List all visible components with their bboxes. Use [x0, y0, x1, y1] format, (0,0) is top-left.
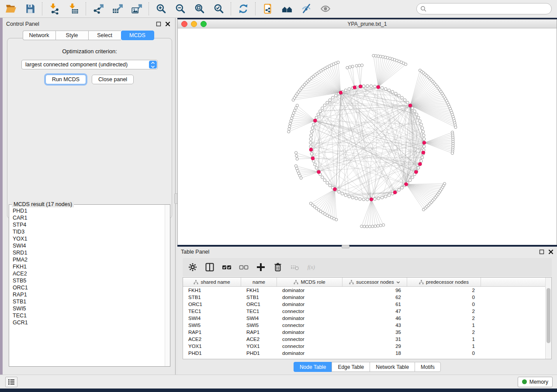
add-column-icon[interactable]: [256, 262, 266, 272]
result-node: SWI5: [13, 305, 165, 312]
zoom-fit-button[interactable]: [192, 1, 207, 16]
export-table-button[interactable]: [110, 1, 125, 16]
network-graph[interactable]: [178, 28, 557, 245]
table-cell: 2: [407, 330, 481, 335]
memory-status-icon: [522, 379, 527, 384]
toolbar-separator: [255, 2, 256, 15]
column-header-name[interactable]: name: [241, 278, 277, 286]
table-row[interactable]: YOX1YOX1connector291: [183, 343, 551, 350]
session-group: [3, 1, 38, 16]
table-row[interactable]: SWI5SWI5connector431: [183, 322, 551, 329]
run-mcds-button[interactable]: Run MCDS: [45, 75, 86, 84]
tab-network[interactable]: Network: [23, 31, 55, 40]
table-row[interactable]: ACE2ACE2connector311: [183, 336, 551, 343]
column-type-icon: [419, 280, 424, 285]
optimization-criterion-select[interactable]: largest connected component (undirected): [21, 60, 158, 69]
save-session-button[interactable]: [23, 1, 38, 16]
zoom-out-button[interactable]: [173, 1, 188, 16]
status-bar: Memory: [0, 375, 557, 389]
tab-select[interactable]: Select: [88, 31, 121, 40]
network-home-button[interactable]: [280, 1, 294, 16]
node-table-header: shared namenameMCDS rolesuccessor nodesp…: [183, 278, 551, 287]
table-cell: 35: [343, 330, 407, 335]
eye-icon: [320, 3, 331, 14]
float-panel-icon[interactable]: [539, 249, 544, 254]
import-table-button[interactable]: [66, 1, 81, 16]
search-input[interactable]: [429, 5, 548, 12]
refresh-layout-button[interactable]: [236, 1, 251, 16]
close-panel-icon[interactable]: [548, 249, 554, 254]
column-header-successor-nodes[interactable]: successor nodes: [343, 278, 407, 286]
control-panel-titlebar: Control Panel: [3, 18, 174, 30]
settings-gear-icon[interactable]: [188, 262, 197, 272]
column-header-predecessor-nodes[interactable]: predecessor nodes: [407, 278, 481, 286]
close-panel-button[interactable]: Close panel: [92, 75, 134, 84]
zoom-in-button[interactable]: [154, 1, 169, 16]
table-cell: connector: [277, 309, 343, 314]
table-cell: ACE2: [183, 337, 241, 342]
mcds-result-list[interactable]: PHD1CAR1STP4TID3YOX1SWI4SRD1PMA2FKH1ACE2…: [10, 207, 165, 366]
float-panel-icon[interactable]: [156, 21, 161, 27]
vertical-splitter[interactable]: [174, 18, 177, 375]
table-row[interactable]: SWI4SWI4dominator462: [183, 315, 551, 322]
list-icon: [8, 379, 15, 385]
share-document-button[interactable]: [260, 1, 275, 16]
search-icon: [420, 6, 426, 12]
open-session-icon: [5, 3, 17, 14]
table-cell: YOX1: [183, 344, 241, 349]
deselect-all-icon[interactable]: [239, 262, 249, 272]
task-history-button[interactable]: [5, 377, 17, 387]
result-scrollbar[interactable]: [165, 205, 170, 366]
table-cell: STB1: [183, 295, 241, 300]
apps-group: [260, 1, 333, 16]
table-cell: 47: [343, 309, 407, 314]
export-network-button[interactable]: [91, 1, 106, 16]
memory-button[interactable]: Memory: [518, 377, 553, 387]
horizontal-splitter-handle[interactable]: [342, 245, 349, 248]
close-panel-icon[interactable]: [165, 21, 170, 27]
table-row[interactable]: RAP1RAP1dominator352: [183, 329, 551, 336]
table-cell: connector: [277, 344, 343, 349]
visibility-off-button[interactable]: [299, 1, 314, 16]
table-row[interactable]: TEC1TEC1connector472: [183, 308, 551, 315]
mcds-panel: Optimization criterion: largest connecte…: [7, 38, 172, 219]
export-group: [91, 1, 144, 16]
table-row[interactable]: STB1STB1dominator620: [183, 294, 551, 301]
zoom-selected-button[interactable]: [211, 1, 226, 16]
split-table-icon[interactable]: [205, 262, 214, 272]
column-label: shared name: [201, 279, 230, 285]
zoom-group: [154, 1, 226, 16]
table-panel: Table Panel f(x) shared namenameMCDS rol…: [177, 247, 557, 375]
visibility-off-icon: [301, 3, 312, 14]
select-all-icon[interactable]: [222, 262, 232, 272]
table-row[interactable]: FKH1FKH1dominator962: [183, 287, 551, 294]
delete-column-icon[interactable]: [273, 262, 283, 272]
tab-network-table[interactable]: Network Table: [370, 362, 415, 372]
column-label: successor nodes: [356, 279, 394, 285]
table-cell: 0: [407, 295, 481, 300]
eye-button[interactable]: [318, 1, 333, 16]
select-stepper-icon: [149, 61, 157, 69]
tab-node-table[interactable]: Node Table: [294, 362, 332, 372]
table-cell: FKH1: [241, 288, 277, 293]
table-scrollbar-thumb[interactable]: [547, 288, 550, 343]
svg-text:f(x): f(x): [308, 264, 315, 270]
tab-edge-table[interactable]: Edge Table: [332, 362, 370, 372]
table-row[interactable]: PHD1PHD1dominator180: [183, 350, 551, 357]
tab-mcds[interactable]: MCDS: [121, 31, 154, 40]
network-canvas[interactable]: [178, 28, 557, 245]
column-header-shared-name[interactable]: shared name: [183, 278, 241, 286]
table-scrollbar[interactable]: [545, 278, 551, 359]
open-session-button[interactable]: [3, 1, 18, 16]
export-image-button[interactable]: [129, 1, 144, 16]
import-network-button[interactable]: [47, 1, 62, 16]
tab-motifs[interactable]: Motifs: [415, 362, 441, 372]
column-header-MCDS-role[interactable]: MCDS role: [277, 278, 343, 286]
export-table-icon: [112, 3, 123, 14]
optimization-criterion-label: Optimization criterion:: [7, 48, 172, 55]
export-network-icon: [93, 3, 104, 14]
table-row[interactable]: ORC1ORC1dominator610: [183, 301, 551, 308]
main-toolbar: [0, 0, 557, 18]
optimization-criterion-value: largest connected component (undirected): [22, 62, 149, 68]
tab-style[interactable]: Style: [55, 31, 88, 40]
